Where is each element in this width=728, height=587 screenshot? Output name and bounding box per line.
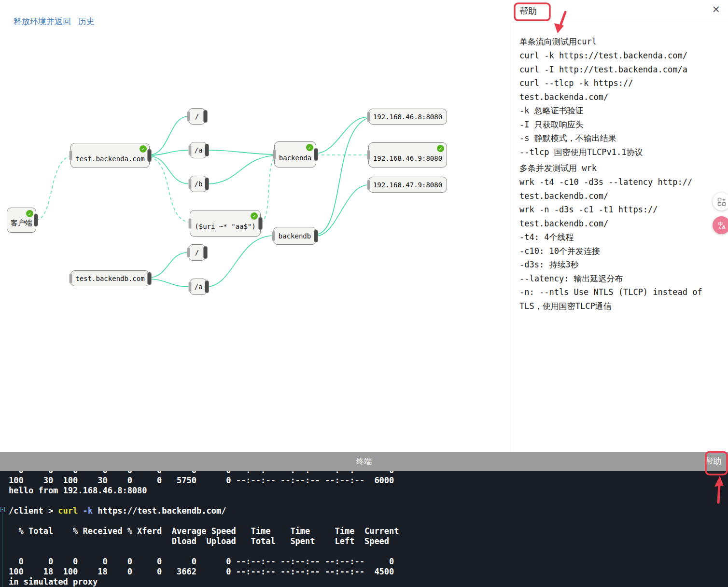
help-line: curl --tlcp -k https:// xyxy=(519,76,719,90)
input-port[interactable] xyxy=(272,231,275,241)
terminal-bar[interactable]: 终端 帮助 xyxy=(0,452,728,471)
input-port[interactable] xyxy=(187,247,190,258)
output-port[interactable] xyxy=(203,110,208,123)
output-port[interactable] xyxy=(147,272,152,285)
output-port[interactable] xyxy=(203,246,208,259)
edge-hostb-patha2 xyxy=(150,279,190,287)
prompt-command: curl xyxy=(58,506,78,516)
node-label: ($uri ~* "aa$") xyxy=(195,223,255,230)
output-port[interactable] xyxy=(34,214,38,227)
edge-backendb-endpoint1 xyxy=(316,118,368,235)
output-port[interactable] xyxy=(314,229,318,242)
edge-pathb-backenda xyxy=(207,155,274,184)
flow-node-regex[interactable]: ✓ ($uri ~* "aa$") xyxy=(190,210,261,237)
edge-hosta-root xyxy=(150,116,188,155)
input-port[interactable] xyxy=(188,281,192,292)
flow-node-endpoint3[interactable]: 192.168.47.9:8080 xyxy=(368,177,447,193)
input-port[interactable] xyxy=(188,145,192,155)
fold-toggle-icon[interactable]: - xyxy=(0,507,5,512)
terminal-help-button[interactable]: 帮助 xyxy=(701,452,725,471)
input-port[interactable] xyxy=(367,180,370,190)
help-line: -d3s: 持续3秒 xyxy=(519,258,719,272)
edge-hostb-root2 xyxy=(150,252,188,278)
help-line: curl -I http://test.backenda.com/a xyxy=(519,63,719,77)
output-port[interactable] xyxy=(314,148,318,161)
flow-node-backenda[interactable]: ✓ backenda xyxy=(274,141,316,168)
flow-node-path-b[interactable]: /b xyxy=(190,176,207,192)
terminal-blank-line xyxy=(9,516,728,526)
output-port[interactable] xyxy=(258,217,263,230)
node-label: /a xyxy=(195,283,203,291)
terminal-line: 100 18 100 18 0 0 3662 0 --:--:-- --:--:… xyxy=(9,567,728,577)
edge-hosta-regex xyxy=(150,157,190,223)
output-port[interactable] xyxy=(205,144,209,157)
node-label: 192.168.47.9:8080 xyxy=(373,181,442,189)
node-label: / xyxy=(195,249,199,256)
terminal-line: hello from 192.168.46.8:8080 xyxy=(9,486,728,496)
check-badge-icon: ✓ xyxy=(306,144,313,151)
help-line: -n: --ntls Use NTLS (TLCP) instead of xyxy=(519,285,719,299)
input-port[interactable] xyxy=(69,273,72,284)
check-badge-icon: ✓ xyxy=(26,210,33,217)
edge-client-hosta xyxy=(36,156,70,220)
terminal-line: in simulated proxy xyxy=(9,577,728,587)
output-port[interactable] xyxy=(147,149,152,162)
input-port[interactable] xyxy=(273,149,276,160)
help-panel: 帮助 × 单条流向测试用curl curl -k https://test.ba… xyxy=(511,0,728,452)
release-env-link[interactable]: 释放环境并返回 xyxy=(14,17,71,26)
help-line: -k 忽略证书验证 xyxy=(519,104,719,118)
help-line: -t4: 4个线程 xyxy=(519,230,719,244)
flow-node-endpoint1[interactable]: 192.168.46.8:8080 xyxy=(368,109,447,125)
terminal-line: Dload Upload Total Spent Left Speed xyxy=(9,536,728,546)
help-section-heading: 多条并发测试用 wrk xyxy=(519,161,719,175)
terminal-blank-line xyxy=(9,496,728,506)
terminal[interactable]: - 0 0 0 0 0 0 0 0 --:--:-- --:--:-- --:-… xyxy=(0,471,728,587)
add-widget-button[interactable] xyxy=(713,193,728,210)
prompt-arg: https://test.backendb.com/ xyxy=(93,506,226,516)
output-port[interactable] xyxy=(205,280,209,294)
check-badge-icon: ✓ xyxy=(140,145,147,153)
help-line: wrk -t4 -c10 -d3s --latency http:// xyxy=(519,175,719,189)
check-badge-icon: ✓ xyxy=(251,212,258,220)
node-label: test.backendb.com xyxy=(75,275,144,282)
help-content: 单条流向测试用curl curl -k https://test.backend… xyxy=(511,22,728,313)
history-link[interactable]: 历史 xyxy=(78,17,95,26)
input-port[interactable] xyxy=(367,112,370,122)
node-label: / xyxy=(195,112,199,120)
edge-patha-backenda xyxy=(207,150,274,154)
input-port[interactable] xyxy=(69,150,72,161)
flow-node-path-a[interactable]: /a xyxy=(190,142,207,158)
node-label: backendb xyxy=(279,232,311,240)
terminal-line: 0 0 0 0 0 0 0 0 --:--:-- --:--:-- --:--:… xyxy=(9,557,728,567)
fold-guide-line xyxy=(2,513,2,587)
help-line: -s 静默模式，不输出结果 xyxy=(519,131,719,145)
help-panel-title: 帮助 xyxy=(519,5,537,17)
flow-node-endpoint2[interactable]: ✓ 192.168.46.9:8080 xyxy=(368,142,447,168)
prompt-flag: -k xyxy=(78,506,93,516)
terminal-bar-title: 终端 xyxy=(0,452,728,471)
edge-regex-backenda xyxy=(261,158,274,223)
close-icon[interactable]: × xyxy=(709,3,723,15)
help-line: --tlcp 国密使用TLCPv1.1协议 xyxy=(519,145,719,159)
flow-node-backendb[interactable]: backendb xyxy=(273,227,316,245)
translate-button[interactable]: 中 A xyxy=(713,216,728,234)
help-line: -c10: 10个并发连接 xyxy=(519,244,719,258)
input-port[interactable] xyxy=(187,111,190,122)
help-line: curl -k https://test.backenda.com/ xyxy=(519,49,719,63)
edge-backendb-endpoint3 xyxy=(316,185,368,236)
flow-node-path-a2[interactable]: /a xyxy=(190,279,207,295)
input-port[interactable] xyxy=(367,150,370,160)
check-badge-icon: ✓ xyxy=(437,145,444,152)
output-port[interactable] xyxy=(205,178,209,191)
input-port[interactable] xyxy=(188,179,192,189)
terminal-output: 0 0 0 0 0 0 0 0 --:--:-- --:--:-- --:--:… xyxy=(9,471,728,587)
flow-node-hostb[interactable]: test.backendb.com xyxy=(70,270,150,286)
flow-node-hosta[interactable]: ✓ test.backenda.com xyxy=(70,143,150,168)
flow-node-client[interactable]: ✓ 客户端 xyxy=(7,208,36,233)
help-line: --latency: 输出延迟分布 xyxy=(519,272,719,286)
input-port[interactable] xyxy=(188,218,192,229)
node-label: 192.168.46.8:8080 xyxy=(373,113,442,121)
flow-node-path-root-b[interactable]: / xyxy=(188,244,206,261)
help-section-heading: 单条流向测试用curl xyxy=(519,35,719,49)
flow-node-path-root-a[interactable]: / xyxy=(188,108,206,125)
